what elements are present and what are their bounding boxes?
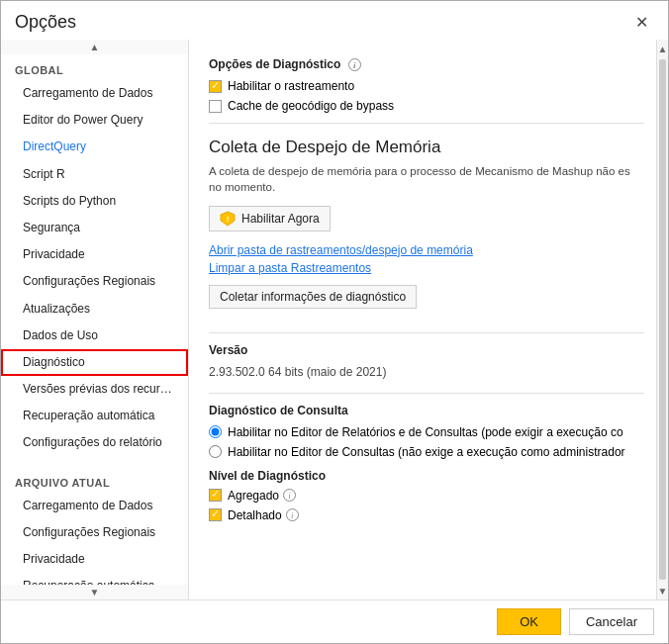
- sidebar-item-config-relatorio[interactable]: Configurações do relatório: [1, 429, 188, 456]
- sidebar-item-config-regionais[interactable]: Configurações Regionais: [1, 268, 188, 295]
- habilitar-rastreamento-checkbox[interactable]: [209, 80, 222, 93]
- opcoes-diagnostico-info-icon: i: [348, 58, 361, 71]
- coleta-despejo-heading: Coleta de Despejo de Memória: [209, 138, 644, 157]
- coleta-description: A coleta de despejo de memória para o pr…: [209, 163, 644, 195]
- versao-heading: Versão: [209, 343, 644, 357]
- habilitar-editor-label: Habilitar no Editor de Relatórios e de C…: [228, 425, 623, 439]
- sidebar-scroll-up[interactable]: ▲: [1, 40, 188, 54]
- sidebar-item-arq-privacidade[interactable]: Privacidade: [1, 546, 188, 573]
- main-scrollbar: ▲ ▼: [656, 40, 668, 599]
- sidebar-item-directquery[interactable]: DirectQuery: [1, 134, 188, 160]
- ok-button[interactable]: OK: [497, 608, 561, 635]
- coletar-info-btn-container: Coletar informações de diagnóstico: [209, 279, 644, 322]
- dialog-header: Opções ✕: [1, 1, 668, 40]
- habilitar-editor-radio[interactable]: [209, 425, 222, 438]
- sidebar-item-editor-power-query[interactable]: Editor do Power Query: [1, 107, 188, 134]
- sidebar-item-privacidade[interactable]: Privacidade: [1, 241, 188, 268]
- habilitar-rastreamento-row: Habilitar o rastreamento: [209, 79, 644, 93]
- sidebar-scroll-down[interactable]: ▼: [1, 585, 188, 599]
- dialog-title: Opções: [15, 12, 76, 33]
- agregado-row: Agregado i: [209, 489, 644, 503]
- global-section-label: GLOBAL: [1, 54, 188, 80]
- divider-3: [209, 393, 644, 394]
- detalhado-row: Detalhado i: [209, 508, 644, 522]
- habilitar-editor2-label: Habilitar no Editor de Consultas (não ex…: [228, 445, 625, 459]
- sidebar-item-seguranca[interactable]: Segurança: [1, 215, 188, 241]
- cache-geocodigo-checkbox[interactable]: [209, 100, 222, 113]
- habilitar-editor-row: Habilitar no Editor de Relatórios e de C…: [209, 425, 644, 439]
- agregado-label: Agregado: [228, 489, 279, 503]
- divider-2: [209, 332, 644, 333]
- detalhado-checkbox[interactable]: [209, 508, 222, 521]
- sidebar-item-scripts-python[interactable]: Scripts do Python: [1, 188, 188, 215]
- options-dialog: Opções ✕ ▲ GLOBAL Carregamento de Dados …: [0, 0, 669, 644]
- dialog-footer: OK Cancelar: [1, 599, 668, 643]
- sidebar-item-arq-config-regionais[interactable]: Configurações Regionais: [1, 519, 188, 546]
- limpar-pasta-link[interactable]: Limpar a pasta Rastreamentos: [209, 261, 644, 275]
- nivel-diagnostico-label: Nível de Diagnóstico: [209, 469, 644, 483]
- habilitar-rastreamento-label: Habilitar o rastreamento: [228, 79, 354, 93]
- sidebar-item-diagnostico[interactable]: Diagnóstico: [1, 349, 188, 376]
- cancel-button[interactable]: Cancelar: [569, 608, 654, 635]
- coletar-info-button[interactable]: Coletar informações de diagnóstico: [209, 285, 417, 309]
- agregado-info-icon: i: [283, 489, 296, 502]
- detalhado-label: Detalhado: [228, 508, 282, 522]
- habilitar-agora-btn-container: ! Habilitar Agora: [209, 206, 644, 243]
- version-number: 2.93.502.0 64 bits (maio de 2021): [209, 365, 644, 379]
- main-scroll-down-arrow[interactable]: ▼: [657, 582, 668, 599]
- sidebar-item-versoes-previas[interactable]: Versões prévias dos recursos: [1, 376, 188, 403]
- main-content: ▲ ▼ Opções de Diagnóstico i Habilitar o …: [189, 40, 668, 599]
- habilitar-editor2-radio[interactable]: [209, 445, 222, 458]
- sidebar-item-atualizacoes[interactable]: Atualizações: [1, 296, 188, 322]
- sidebar: ▲ GLOBAL Carregamento de Dados Editor do…: [1, 40, 189, 599]
- diagnostico-consulta-heading: Diagnóstico de Consulta: [209, 404, 644, 417]
- svg-text:!: !: [227, 215, 230, 224]
- habilitar-editor2-row: Habilitar no Editor de Consultas (não ex…: [209, 445, 644, 459]
- habilitar-agora-button[interactable]: ! Habilitar Agora: [209, 206, 331, 231]
- abrir-pasta-link[interactable]: Abrir pasta de rastreamentos/despejo de …: [209, 243, 644, 257]
- main-scroll-up-arrow[interactable]: ▲: [657, 40, 668, 57]
- sidebar-item-dados-uso[interactable]: Dados de Uso: [1, 322, 188, 349]
- opcoes-diagnostico-heading: Opções de Diagnóstico i: [209, 57, 644, 71]
- sidebar-item-arq-recuperacao[interactable]: Recuperação automática: [1, 573, 188, 585]
- cache-geocodigo-row: Cache de geocódigo de bypass: [209, 99, 644, 113]
- close-button[interactable]: ✕: [629, 11, 654, 34]
- main-scroll-area: Opções de Diagnóstico i Habilitar o rast…: [189, 40, 668, 599]
- habilitar-agora-label: Habilitar Agora: [241, 212, 320, 226]
- sidebar-item-arq-carregamento[interactable]: Carregamento de Dados: [1, 493, 188, 519]
- arquivo-section-label: ARQUIVO ATUAL: [1, 467, 188, 493]
- cache-geocodigo-label: Cache de geocódigo de bypass: [228, 99, 394, 113]
- shield-icon: !: [220, 211, 236, 227]
- sidebar-item-script-r[interactable]: Script R: [1, 161, 188, 188]
- scrollbar-thumb: [659, 59, 666, 580]
- agregado-checkbox[interactable]: [209, 489, 222, 502]
- dialog-body: ▲ GLOBAL Carregamento de Dados Editor do…: [1, 40, 668, 599]
- divider-1: [209, 123, 644, 124]
- sidebar-scroll-area: GLOBAL Carregamento de Dados Editor do P…: [1, 54, 188, 585]
- sidebar-item-recuperacao-automatica[interactable]: Recuperação automática: [1, 403, 188, 429]
- sidebar-item-carregamento-dados[interactable]: Carregamento de Dados: [1, 80, 188, 107]
- detalhado-info-icon: i: [286, 508, 299, 521]
